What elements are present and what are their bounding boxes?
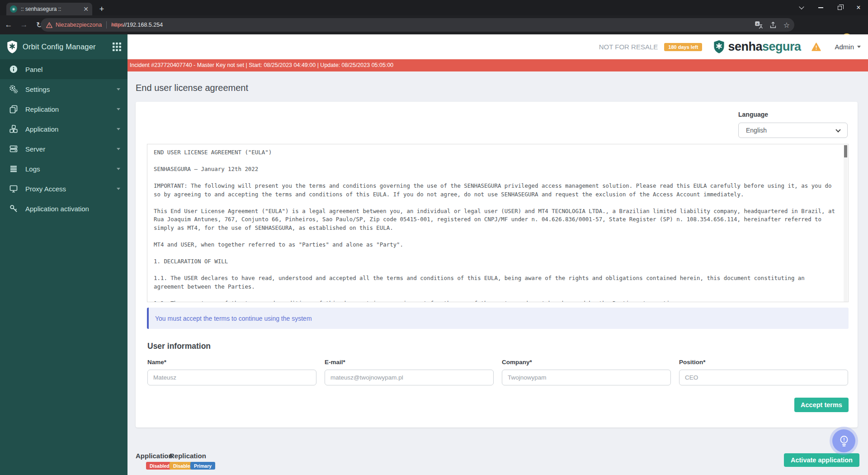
- user-menu-label: Admin: [835, 43, 854, 51]
- gears-icon: [9, 85, 18, 94]
- chevron-down-icon: [117, 128, 120, 130]
- chevron-down-icon: [117, 148, 120, 150]
- tab-favicon-icon: ✳: [10, 5, 17, 13]
- name-label: Name*: [147, 359, 166, 366]
- eula-textarea[interactable]: END USER LICENSE AGREEMENT ("EULA") SENH…: [147, 144, 849, 302]
- url-host: //192.168.5.254: [123, 22, 163, 28]
- omnibox-divider: [106, 21, 107, 28]
- activate-application-button[interactable]: Activate application: [784, 453, 859, 467]
- user-menu[interactable]: Admin: [835, 43, 861, 51]
- server-icon: [9, 144, 18, 153]
- logs-icon: [9, 164, 18, 173]
- brand-shield-icon: [713, 40, 725, 54]
- window-minimize-button[interactable]: [811, 0, 830, 15]
- key-icon: [9, 204, 18, 213]
- help-fab-button[interactable]: [832, 429, 855, 452]
- address-bar[interactable]: Niezabezpieczona https//192.168.5.254 a …: [41, 18, 794, 32]
- application-status-label: Application: [136, 452, 173, 460]
- copy-icon: [9, 104, 18, 114]
- svg-text:a: a: [756, 22, 759, 26]
- email-label: E-mail*: [325, 359, 345, 366]
- language-select[interactable]: English: [738, 123, 848, 138]
- sidebar-item-logs[interactable]: Logs: [0, 159, 127, 179]
- sidebar-item-panel[interactable]: Panel: [0, 59, 127, 79]
- info-icon: [9, 65, 18, 74]
- brand-text-dark: senha: [728, 40, 762, 53]
- incident-banner-text: Incident #237720407740 - Master Key not …: [130, 62, 393, 68]
- new-tab-button[interactable]: +: [96, 3, 108, 15]
- incident-banner: Incident #237720407740 - Master Key not …: [127, 59, 868, 71]
- company-field[interactable]: [502, 370, 671, 385]
- chevron-down-icon: [117, 88, 120, 90]
- translate-icon[interactable]: a: [755, 21, 763, 29]
- monitor-icon: [9, 184, 18, 193]
- chevron-down-icon: [117, 188, 120, 190]
- application-disabled-badge: Disabled: [146, 462, 173, 470]
- eula-card: Language English END USER LICENSE AGREEM…: [136, 102, 858, 428]
- tab-title: :: senhasegura ::: [21, 6, 80, 12]
- position-label: Position*: [679, 359, 706, 366]
- days-left-badge: 180 days left: [664, 43, 702, 51]
- security-warning-text: Niezabezpieczona: [56, 22, 102, 28]
- replication-status-label: Replication: [170, 452, 206, 460]
- not-secure-warning-icon: [46, 22, 52, 28]
- back-button[interactable]: ←: [2, 18, 15, 32]
- tab-search-icon[interactable]: [792, 0, 811, 15]
- eula-scrollbar[interactable]: [844, 145, 848, 302]
- app-header: NOT FOR RESALE 180 days left senhasegura…: [127, 34, 868, 59]
- replication-primary-badge: Primary: [190, 462, 215, 470]
- sidebar-item-proxy-access[interactable]: Proxy Access: [0, 179, 127, 199]
- company-label: Company*: [502, 359, 532, 366]
- sidebar-item-replication[interactable]: Replication: [0, 99, 127, 119]
- license-type-text: NOT FOR RESALE: [599, 43, 658, 51]
- chevron-down-icon: [857, 46, 861, 48]
- language-label: Language: [738, 111, 768, 118]
- senhasegura-logo: senhasegura: [713, 40, 801, 54]
- sidebar-item-application[interactable]: Application: [0, 119, 127, 139]
- apps-grid-icon[interactable]: [113, 43, 121, 51]
- browser-tabstrip: ✳ :: senhasegura :: ✕ + ×: [0, 0, 868, 15]
- eula-scrollbar-thumb[interactable]: [844, 145, 847, 157]
- name-field[interactable]: [147, 370, 316, 385]
- accept-terms-button[interactable]: Accept terms: [794, 398, 849, 412]
- browser-toolbar: ← → ↻ Niezabezpieczona https//192.168.5.…: [0, 15, 868, 34]
- user-information-heading: User information: [147, 342, 211, 351]
- tab-close-icon[interactable]: ✕: [83, 6, 89, 12]
- cubes-icon: [9, 124, 18, 133]
- eula-text: END USER LICENSE AGREEMENT ("EULA") SENH…: [154, 148, 837, 302]
- email-field[interactable]: [325, 370, 494, 385]
- window-restore-button[interactable]: [830, 0, 849, 15]
- header-warning-icon[interactable]: [811, 43, 821, 51]
- position-field[interactable]: [679, 370, 848, 385]
- sidebar-item-settings[interactable]: Settings: [0, 79, 127, 99]
- lightbulb-icon: [838, 435, 850, 447]
- forward-button[interactable]: →: [17, 18, 31, 32]
- brand-text-teal: segura: [762, 40, 801, 53]
- url-scheme: https: [111, 22, 123, 28]
- browser-tab[interactable]: ✳ :: senhasegura :: ✕: [6, 3, 92, 15]
- chevron-down-icon: [117, 168, 120, 170]
- sidebar-item-server[interactable]: Server: [0, 139, 127, 159]
- sidebar-item-application-activation[interactable]: Application activation: [0, 199, 127, 218]
- sidebar: Orbit Config Manager Panel Settings: [0, 34, 127, 475]
- chevron-down-icon: [117, 108, 120, 110]
- accept-terms-notice: You must accept the terms to continue us…: [147, 308, 849, 329]
- window-close-button[interactable]: ×: [849, 0, 868, 15]
- orbit-shield-logo-icon: [6, 40, 18, 54]
- page-title: End user license agreement: [136, 83, 248, 93]
- share-icon[interactable]: [769, 21, 777, 29]
- bookmark-star-icon[interactable]: ☆: [783, 21, 790, 29]
- app-title: Orbit Config Manager: [23, 43, 108, 51]
